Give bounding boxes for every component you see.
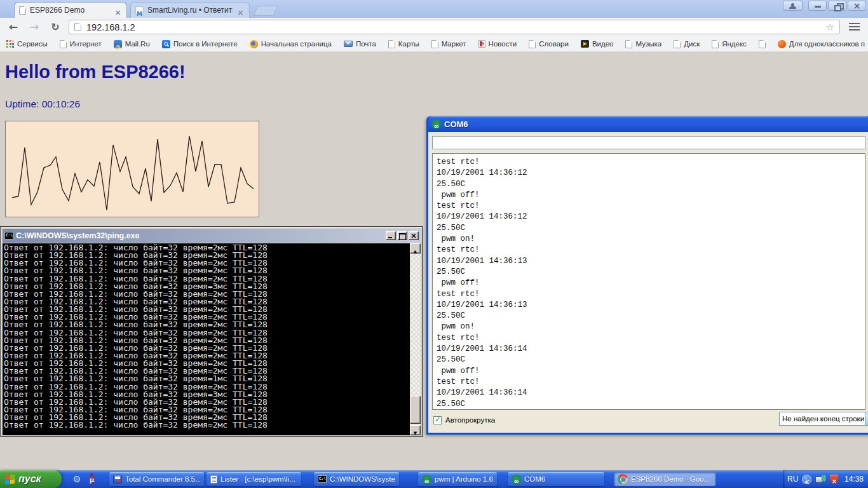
autoscroll-label: Автопрокрутка <box>445 416 495 424</box>
serial-title: COM6 <box>444 117 468 132</box>
tab-title: ESP8266 Demo <box>30 6 110 15</box>
taskbar-button[interactable]: Total Commander 8.5... <box>109 472 204 486</box>
taskbar-button-label: Lister - [c:\esp\pwm\li... <box>220 475 295 483</box>
minimize-button[interactable] <box>386 231 396 240</box>
bookmark-label: Музыка <box>635 40 661 48</box>
close-button[interactable] <box>409 231 419 240</box>
ping-console-text: Ответ от 192.168.1.2: число байт=32 врем… <box>4 244 409 435</box>
serial-output: test rtc!10/19/2001 14:36:1225.50C pwm o… <box>432 153 865 410</box>
mailru-icon <box>114 40 122 48</box>
bookmark-item[interactable]: Словари <box>529 40 569 48</box>
bookmark-item[interactable]: Видео <box>581 40 614 48</box>
back-button[interactable] <box>6 20 21 35</box>
quicklaunch-chrome[interactable] <box>71 473 82 484</box>
serial-line: 10/19/2001 14:36:12 <box>437 168 861 179</box>
page-icon <box>431 40 438 48</box>
maximize-button[interactable] <box>397 231 407 240</box>
bookmark-item[interactable]: Яндекс <box>712 40 747 48</box>
serial-line: 25.50C <box>437 179 861 190</box>
bookmark-item[interactable]: Mail.Ru <box>114 40 150 48</box>
restore-button[interactable] <box>828 1 846 11</box>
bookmark-label: Карты <box>398 40 419 48</box>
security-shield-icon[interactable] <box>830 475 838 484</box>
scrollbar[interactable] <box>410 243 421 435</box>
tab-strip: ESP8266 Demo SmartLiving.ru • Ответить <box>0 0 868 18</box>
profile-button[interactable] <box>783 1 803 11</box>
serial-line: pwm off! <box>437 366 861 377</box>
reload-button[interactable] <box>48 20 63 35</box>
taskbar-button[interactable]: COM6 <box>508 472 604 486</box>
serial-monitor-window: COM6 test rtc!10/19/2001 14:36:1225.50C … <box>426 116 868 435</box>
bookmark-label: Mail.Ru <box>125 40 150 48</box>
hide-icons-chevron-icon[interactable] <box>802 475 811 484</box>
browser-window-controls <box>783 1 866 11</box>
scroll-thumb[interactable] <box>410 396 421 424</box>
bookmark-item[interactable]: Почта <box>344 40 376 48</box>
arduino-icon <box>512 475 521 484</box>
new-tab-button[interactable] <box>254 6 278 16</box>
bookmark-label: Начальная страница <box>261 40 332 48</box>
bookmark-item[interactable]: Для одноклассников п <box>778 40 865 48</box>
search-icon <box>162 40 170 48</box>
taskbar-button[interactable]: pwm | Arduino 1.6.5 <box>418 472 497 486</box>
serial-status-bar: Автопрокрутка Не найден конец строки <box>432 410 865 429</box>
services-grid-icon <box>6 40 14 48</box>
bookmark-item[interactable]: Новости <box>478 40 517 48</box>
network-icon[interactable] <box>815 475 826 484</box>
bookmark-item[interactable]: Диск <box>674 40 700 48</box>
menu-button[interactable] <box>846 20 862 35</box>
scroll-up-icon[interactable] <box>410 243 421 254</box>
arduino-icon <box>431 119 441 129</box>
firefox-icon <box>250 40 258 48</box>
serial-line: pwm on! <box>437 322 861 332</box>
tab-esp8266-demo[interactable]: ESP8266 Demo <box>14 2 127 18</box>
bookmark-item[interactable] <box>759 40 766 48</box>
page-icon <box>759 40 766 48</box>
line-ending-select[interactable]: Не найден конец строки <box>779 412 868 426</box>
tab-close-icon[interactable] <box>114 6 122 15</box>
tab-smartliving[interactable]: SmartLiving.ru • Ответить <box>130 2 250 18</box>
bookmark-label: Видео <box>592 40 614 48</box>
bookmark-label: Новости <box>489 40 517 48</box>
serial-title-bar[interactable]: COM6 <box>428 116 868 132</box>
forward-button[interactable] <box>27 20 42 35</box>
minimize-button[interactable] <box>808 1 827 11</box>
serial-line: 10/19/2001 14:36:12 <box>437 212 861 222</box>
bookmark-item[interactable]: Начальная страница <box>250 40 332 48</box>
tab-close-icon[interactable] <box>236 6 245 15</box>
serial-line: test rtc! <box>437 245 861 255</box>
taskbar-button[interactable]: ESP8266 Demo - Goo... <box>614 472 715 486</box>
taskbar-button-label: C:\WINDOWS\syste... <box>330 475 395 483</box>
chrome-icon <box>618 474 628 484</box>
serial-line: 10/19/2001 14:36:13 <box>437 256 861 267</box>
bookmark-item[interactable]: Интернет <box>60 40 102 48</box>
taskbar-button[interactable]: C:\WINDOWS\syste... <box>314 472 399 486</box>
chart-svg <box>6 121 259 217</box>
language-indicator[interactable]: RU <box>787 475 798 484</box>
close-button[interactable] <box>848 1 866 11</box>
serial-line: test rtc! <box>437 201 861 212</box>
bookmark-item[interactable]: Карты <box>388 40 419 48</box>
windows-flag-icon <box>5 474 15 485</box>
bookmark-item[interactable]: Поиск в Интернете <box>162 40 238 48</box>
autoscroll-checkbox[interactable] <box>433 416 442 424</box>
serial-line: test rtc! <box>437 157 861 168</box>
scroll-down-icon[interactable] <box>410 425 421 435</box>
serial-send-input[interactable] <box>432 136 865 149</box>
bookmark-star-icon[interactable] <box>826 22 834 33</box>
bookmark-item[interactable]: Сервисы <box>6 40 48 48</box>
taskbar-button[interactable]: Lister - [c:\esp\pwm\li... <box>207 472 301 486</box>
bookmark-item[interactable]: Маркет <box>431 40 466 48</box>
start-button[interactable]: пуск <box>0 470 62 488</box>
serial-line: 10/19/2001 14:36:13 <box>437 300 861 311</box>
chevron-down-icon <box>865 412 868 425</box>
utorrent-icon <box>90 473 94 484</box>
quicklaunch-utorrent[interactable] <box>90 473 100 484</box>
cmd-icon <box>4 232 13 240</box>
bookmark-item[interactable]: Музыка <box>625 40 661 48</box>
address-bar[interactable]: 192.168.1.2 <box>69 20 840 34</box>
line-ending-value: Не найден конец строки <box>780 415 865 423</box>
arduino-icon <box>422 475 431 484</box>
ping-title-bar[interactable]: C:\WINDOWS\system32\ping.exe <box>3 229 421 243</box>
clock[interactable]: 14:38 <box>844 475 864 484</box>
